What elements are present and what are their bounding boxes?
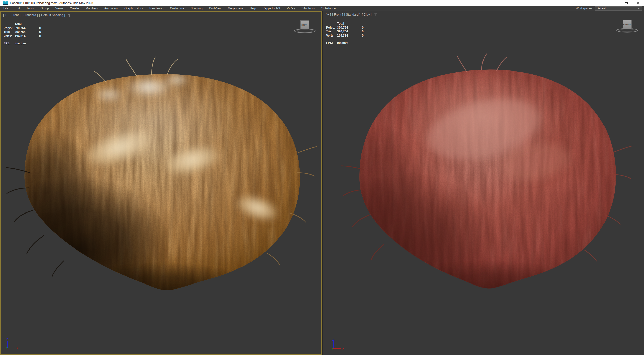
svg-text:Z: Z (6, 338, 8, 341)
viewport-menu-general[interactable]: [ + ] (326, 13, 331, 16)
minimize-button[interactable] (609, 0, 620, 6)
3ds-max-app-icon: 3 (3, 1, 8, 5)
workspaces-area: Workspaces: Default (576, 6, 642, 11)
per-view-filter-icon[interactable] (67, 14, 71, 17)
menu-modifiers[interactable]: Modifiers (82, 6, 101, 11)
viewport-menu-shading[interactable]: [ Clay ] (362, 13, 372, 16)
close-button[interactable] (632, 0, 644, 6)
svg-text:X: X (342, 347, 344, 350)
viewcube[interactable]: FRONT (294, 18, 316, 36)
viewport-menu-pov[interactable]: [ Front ] (10, 13, 20, 17)
svg-text:X: X (16, 347, 18, 350)
menu-bar: FileEditToolsGroupViewsCreateModifiersAn… (0, 6, 644, 11)
coconut-clay-render (323, 11, 644, 355)
workspaces-dropdown[interactable]: Default (595, 6, 642, 11)
menu-help[interactable]: Help (247, 6, 259, 11)
menu-items: FileEditToolsGroupViewsCreateModifiersAn… (0, 6, 339, 11)
menu-sini-tools[interactable]: SiNi Tools (298, 6, 318, 11)
workspaces-label: Workspaces: (576, 7, 593, 10)
chevron-down-icon (638, 8, 640, 9)
svg-text:Y: Y (332, 347, 334, 350)
viewcube[interactable]: FRONT (616, 18, 638, 35)
viewport-label: [ + ] [ Front ] [ Standard ] [ Clay ] (326, 13, 379, 16)
title-bar: 3 Coconut_Fruit_03_rendering.max - Autod… (0, 0, 644, 6)
menu-animation[interactable]: Animation (101, 6, 121, 11)
viewport-statistics: Total Polys:390,7640 Tris:390,7640 Verts… (4, 22, 49, 46)
menu-civil-view[interactable]: Civil View (206, 6, 225, 11)
workspaces-value: Default (597, 7, 606, 10)
viewcube-front-face[interactable]: FRONT (623, 20, 632, 29)
menu-edit[interactable]: Edit (11, 6, 23, 11)
window-title: Coconut_Fruit_03_rendering.max - Autodes… (10, 1, 93, 5)
menu-tools[interactable]: Tools (23, 6, 37, 11)
menu-rendering[interactable]: Rendering (146, 6, 167, 11)
menu-customize[interactable]: Customize (167, 6, 187, 11)
menu-v-ray[interactable]: V-Ray (284, 6, 298, 11)
menu-views[interactable]: Views (52, 6, 67, 11)
menu-megascans[interactable]: Megascans (224, 6, 246, 11)
menu-substance[interactable]: Substance (318, 6, 339, 11)
menu-graph-editors[interactable]: Graph Editors (121, 6, 146, 11)
per-view-filter-icon[interactable] (374, 13, 378, 16)
viewport-clay[interactable]: [ + ] [ Front ] [ Standard ] [ Clay ] To… (323, 11, 644, 355)
menu-create[interactable]: Create (67, 6, 82, 11)
menu-scripting[interactable]: Scripting (187, 6, 206, 11)
viewport-menu-renderer[interactable]: [ Standard ] (22, 13, 38, 17)
restore-button[interactable] (620, 0, 632, 6)
viewport-label: [ + ] [ Front ] [ Standard ] [ Default S… (3, 13, 72, 17)
world-axis-gizmo: Z X Y (2, 338, 22, 352)
coconut-textured-render (1, 12, 321, 354)
svg-text:Z: Z (332, 338, 334, 341)
viewport-menu-renderer[interactable]: [ Standard ] (344, 13, 360, 16)
menu-rappatools3[interactable]: RappaTools3 (259, 6, 284, 11)
restore-icon (625, 2, 628, 4)
window-controls (609, 0, 644, 6)
minimize-icon (613, 3, 616, 3)
menu-file[interactable]: File (0, 6, 11, 11)
menu-group[interactable]: Group (37, 6, 52, 11)
close-icon (637, 2, 639, 4)
viewport-default-shading[interactable]: [ + ] [ Front ] [ Standard ] [ Default S… (0, 11, 322, 355)
world-axis-gizmo: Z X Y (328, 338, 348, 352)
viewport-menu-pov[interactable]: [ Front ] (332, 13, 343, 16)
viewport-menu-general[interactable]: [ + ] (3, 13, 8, 17)
viewcube-front-face[interactable]: FRONT (300, 20, 309, 29)
viewport-statistics: Total Polys:390,7640 Tris:390,7640 Verts… (326, 22, 372, 45)
viewport-menu-shading[interactable]: [ Default Shading ] (39, 13, 65, 17)
svg-text:Y: Y (6, 347, 8, 350)
